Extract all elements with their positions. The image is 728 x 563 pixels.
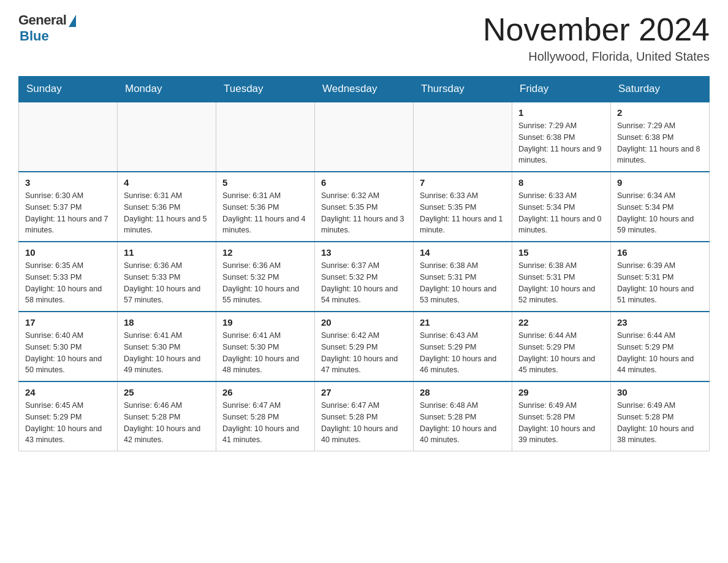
- day-info: Sunrise: 6:36 AM Sunset: 5:32 PM Dayligh…: [222, 260, 308, 306]
- day-number: 22: [518, 317, 604, 327]
- calendar-day-cell: 15Sunrise: 6:38 AM Sunset: 5:31 PM Dayli…: [512, 242, 611, 312]
- calendar-day-cell: 14Sunrise: 6:38 AM Sunset: 5:31 PM Dayli…: [414, 242, 512, 312]
- calendar-day-cell: 22Sunrise: 6:44 AM Sunset: 5:29 PM Dayli…: [512, 312, 611, 381]
- calendar-week-row: 1Sunrise: 7:29 AM Sunset: 6:38 PM Daylig…: [19, 102, 710, 172]
- calendar-day-cell: 3Sunrise: 6:30 AM Sunset: 5:37 PM Daylig…: [19, 172, 118, 242]
- day-of-week-header: Sunday: [19, 77, 118, 102]
- day-info: Sunrise: 6:45 AM Sunset: 5:29 PM Dayligh…: [25, 400, 111, 446]
- day-info: Sunrise: 7:29 AM Sunset: 6:38 PM Dayligh…: [617, 120, 703, 166]
- day-number: 13: [321, 247, 407, 258]
- calendar-week-row: 17Sunrise: 6:40 AM Sunset: 5:30 PM Dayli…: [19, 312, 710, 381]
- day-number: 6: [321, 177, 407, 188]
- day-info: Sunrise: 6:32 AM Sunset: 5:35 PM Dayligh…: [321, 190, 407, 236]
- calendar-day-cell: 20Sunrise: 6:42 AM Sunset: 5:29 PM Dayli…: [315, 312, 414, 381]
- calendar-header-row: SundayMondayTuesdayWednesdayThursdayFrid…: [19, 77, 710, 102]
- day-number: 20: [321, 317, 407, 327]
- day-of-week-header: Friday: [512, 77, 611, 102]
- day-info: Sunrise: 6:40 AM Sunset: 5:30 PM Dayligh…: [25, 330, 111, 376]
- location-text: Hollywood, Florida, United States: [483, 50, 710, 64]
- day-number: 7: [420, 177, 506, 188]
- calendar-day-cell: 11Sunrise: 6:36 AM Sunset: 5:33 PM Dayli…: [118, 242, 216, 312]
- calendar-day-cell: 4Sunrise: 6:31 AM Sunset: 5:36 PM Daylig…: [118, 172, 216, 242]
- calendar-day-cell: 18Sunrise: 6:41 AM Sunset: 5:30 PM Dayli…: [118, 312, 216, 381]
- day-info: Sunrise: 6:35 AM Sunset: 5:33 PM Dayligh…: [25, 260, 111, 306]
- calendar-day-cell: 29Sunrise: 6:49 AM Sunset: 5:28 PM Dayli…: [512, 381, 611, 451]
- title-section: November 2024 Hollywood, Florida, United…: [483, 12, 710, 64]
- day-number: 30: [617, 387, 703, 397]
- calendar-day-cell: [216, 102, 315, 172]
- day-info: Sunrise: 6:38 AM Sunset: 5:31 PM Dayligh…: [420, 260, 506, 306]
- day-info: Sunrise: 6:47 AM Sunset: 5:28 PM Dayligh…: [222, 400, 308, 446]
- day-info: Sunrise: 6:37 AM Sunset: 5:32 PM Dayligh…: [321, 260, 407, 306]
- calendar-day-cell: 2Sunrise: 7:29 AM Sunset: 6:38 PM Daylig…: [611, 102, 710, 172]
- calendar-week-row: 24Sunrise: 6:45 AM Sunset: 5:29 PM Dayli…: [19, 381, 710, 451]
- calendar-day-cell: [118, 102, 216, 172]
- logo: General Blue: [18, 12, 76, 44]
- logo-general-text: General: [18, 12, 66, 28]
- day-number: 10: [25, 247, 111, 258]
- day-number: 17: [25, 317, 111, 327]
- calendar-day-cell: 8Sunrise: 6:33 AM Sunset: 5:34 PM Daylig…: [512, 172, 611, 242]
- calendar-day-cell: 1Sunrise: 7:29 AM Sunset: 6:38 PM Daylig…: [512, 102, 611, 172]
- calendar-day-cell: 17Sunrise: 6:40 AM Sunset: 5:30 PM Dayli…: [19, 312, 118, 381]
- calendar-day-cell: 28Sunrise: 6:48 AM Sunset: 5:28 PM Dayli…: [414, 381, 512, 451]
- calendar-day-cell: 24Sunrise: 6:45 AM Sunset: 5:29 PM Dayli…: [19, 381, 118, 451]
- day-of-week-header: Saturday: [611, 77, 710, 102]
- day-info: Sunrise: 6:31 AM Sunset: 5:36 PM Dayligh…: [124, 190, 210, 236]
- calendar-day-cell: 5Sunrise: 6:31 AM Sunset: 5:36 PM Daylig…: [216, 172, 315, 242]
- day-info: Sunrise: 6:47 AM Sunset: 5:28 PM Dayligh…: [321, 400, 407, 446]
- day-number: 12: [222, 247, 308, 258]
- calendar-day-cell: [19, 102, 118, 172]
- day-number: 1: [518, 107, 604, 118]
- calendar-day-cell: 13Sunrise: 6:37 AM Sunset: 5:32 PM Dayli…: [315, 242, 414, 312]
- day-info: Sunrise: 6:33 AM Sunset: 5:35 PM Dayligh…: [420, 190, 506, 236]
- day-number: 21: [420, 317, 506, 327]
- calendar-day-cell: [315, 102, 414, 172]
- calendar-day-cell: 6Sunrise: 6:32 AM Sunset: 5:35 PM Daylig…: [315, 172, 414, 242]
- logo-blue-text: Blue: [20, 28, 49, 44]
- day-info: Sunrise: 6:49 AM Sunset: 5:28 PM Dayligh…: [518, 400, 604, 446]
- day-info: Sunrise: 6:42 AM Sunset: 5:29 PM Dayligh…: [321, 330, 407, 376]
- calendar-day-cell: 27Sunrise: 6:47 AM Sunset: 5:28 PM Dayli…: [315, 381, 414, 451]
- day-number: 26: [222, 387, 308, 397]
- day-number: 24: [25, 387, 111, 397]
- day-number: 11: [124, 247, 210, 258]
- day-info: Sunrise: 6:49 AM Sunset: 5:28 PM Dayligh…: [617, 400, 703, 446]
- day-info: Sunrise: 6:44 AM Sunset: 5:29 PM Dayligh…: [617, 330, 703, 376]
- calendar-day-cell: 10Sunrise: 6:35 AM Sunset: 5:33 PM Dayli…: [19, 242, 118, 312]
- day-number: 28: [420, 387, 506, 397]
- calendar-table: SundayMondayTuesdayWednesdayThursdayFrid…: [18, 76, 710, 451]
- day-number: 2: [617, 107, 703, 118]
- day-of-week-header: Tuesday: [216, 77, 315, 102]
- calendar-day-cell: 23Sunrise: 6:44 AM Sunset: 5:29 PM Dayli…: [611, 312, 710, 381]
- day-number: 14: [420, 247, 506, 258]
- calendar-day-cell: 26Sunrise: 6:47 AM Sunset: 5:28 PM Dayli…: [216, 381, 315, 451]
- day-info: Sunrise: 6:38 AM Sunset: 5:31 PM Dayligh…: [518, 260, 604, 306]
- day-info: Sunrise: 6:36 AM Sunset: 5:33 PM Dayligh…: [124, 260, 210, 306]
- day-number: 15: [518, 247, 604, 258]
- day-info: Sunrise: 6:43 AM Sunset: 5:29 PM Dayligh…: [420, 330, 506, 376]
- calendar-day-cell: 25Sunrise: 6:46 AM Sunset: 5:28 PM Dayli…: [118, 381, 216, 451]
- day-number: 27: [321, 387, 407, 397]
- calendar-day-cell: 19Sunrise: 6:41 AM Sunset: 5:30 PM Dayli…: [216, 312, 315, 381]
- day-number: 9: [617, 177, 703, 188]
- calendar-week-row: 10Sunrise: 6:35 AM Sunset: 5:33 PM Dayli…: [19, 242, 710, 312]
- day-number: 23: [617, 317, 703, 327]
- month-title: November 2024: [483, 12, 710, 47]
- calendar-day-cell: [414, 102, 512, 172]
- day-number: 16: [617, 247, 703, 258]
- day-info: Sunrise: 6:48 AM Sunset: 5:28 PM Dayligh…: [420, 400, 506, 446]
- calendar-day-cell: 16Sunrise: 6:39 AM Sunset: 5:31 PM Dayli…: [611, 242, 710, 312]
- day-number: 19: [222, 317, 308, 327]
- calendar-day-cell: 9Sunrise: 6:34 AM Sunset: 5:34 PM Daylig…: [611, 172, 710, 242]
- day-info: Sunrise: 6:33 AM Sunset: 5:34 PM Dayligh…: [518, 190, 604, 236]
- day-number: 5: [222, 177, 308, 188]
- day-info: Sunrise: 6:34 AM Sunset: 5:34 PM Dayligh…: [617, 190, 703, 236]
- day-number: 4: [124, 177, 210, 188]
- day-of-week-header: Thursday: [414, 77, 512, 102]
- day-of-week-header: Monday: [118, 77, 216, 102]
- day-info: Sunrise: 6:41 AM Sunset: 5:30 PM Dayligh…: [222, 330, 308, 376]
- calendar-day-cell: 7Sunrise: 6:33 AM Sunset: 5:35 PM Daylig…: [414, 172, 512, 242]
- day-info: Sunrise: 7:29 AM Sunset: 6:38 PM Dayligh…: [518, 120, 604, 166]
- day-of-week-header: Wednesday: [315, 77, 414, 102]
